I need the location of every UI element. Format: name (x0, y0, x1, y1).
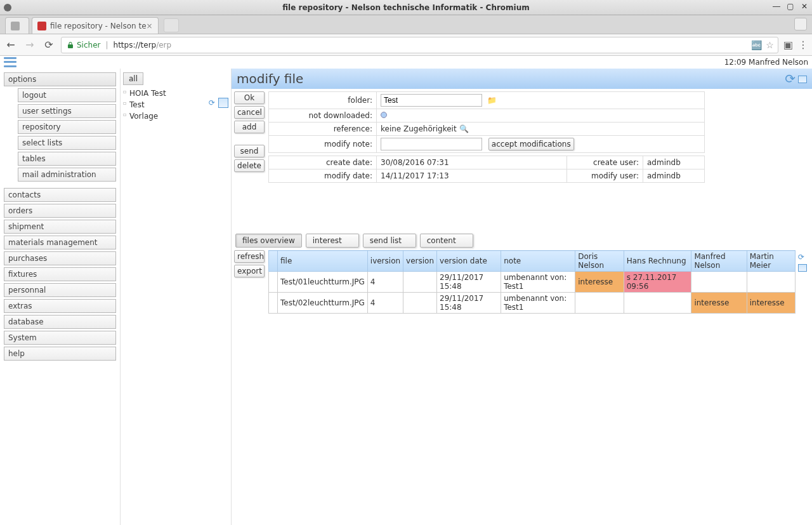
modifynote-input[interactable] (381, 138, 482, 150)
cell (575, 293, 624, 314)
tree-all-button[interactable]: all (123, 72, 143, 85)
back-button[interactable]: ← (4, 38, 18, 52)
cell: umbenannt von: Test1 (501, 272, 575, 293)
sidebar-item-tables[interactable]: tables (18, 152, 116, 166)
send-button[interactable]: send (234, 145, 265, 157)
browser-tab-blank[interactable] (5, 17, 29, 34)
hamburger-icon[interactable] (4, 57, 16, 67)
sidebar-item-mail-administration[interactable]: mail administration (18, 168, 116, 182)
sidebar-item-shipment[interactable]: shipment (4, 220, 116, 234)
meta-table: create date: 30/08/2016 07:31 create use… (268, 156, 705, 183)
browser-tab-active[interactable]: file repository - Nelson te × (32, 17, 159, 34)
createuser-value: admindb (643, 156, 705, 169)
sidebar-item-contacts[interactable]: contacts (4, 188, 116, 202)
extension-icon[interactable]: ▣ (783, 39, 793, 51)
browser-toolbar: ← → ⟳ Sicher | https://terp/erp 🔤 ☆ ▣ ⋮ (0, 34, 812, 56)
reference-label: reference: (269, 123, 377, 136)
add-button[interactable]: add (234, 121, 265, 133)
reload-button[interactable]: ⟳ (42, 38, 56, 52)
os-titlebar: file repository - Nelson technische Info… (0, 0, 812, 15)
delete-button[interactable]: delete (234, 159, 265, 172)
tab-files-overview[interactable]: files overview (235, 234, 302, 248)
refresh-icon[interactable]: ⟳ (785, 71, 796, 86)
sidebar-item-options[interactable]: options (4, 72, 116, 86)
accept-modifications-button[interactable]: accept modifications (488, 138, 574, 150)
maximize-icon[interactable]: ▢ (785, 1, 796, 11)
profile-avatar[interactable] (794, 18, 807, 30)
folder-tree: all HOIA TestTestVorlage ⟳ (121, 69, 232, 525)
tab-interest[interactable]: interest (306, 234, 359, 248)
sidebar-item-repository[interactable]: repository (18, 120, 116, 134)
column-header[interactable]: file (278, 251, 368, 272)
cell: 29/11/2017 15:48 (437, 272, 501, 293)
modifydate-label: modify date: (269, 169, 377, 183)
column-header[interactable]: Manfred Nelson (691, 251, 747, 272)
cell: interesse (691, 293, 747, 314)
forward-button[interactable]: → (23, 38, 37, 52)
minimize-icon[interactable]: ― (771, 1, 782, 11)
table-row[interactable]: Test/02leuchtturm.JPG429/11/2017 15:48um… (269, 293, 796, 314)
window-icon[interactable] (798, 264, 807, 274)
sidebar-item-select-lists[interactable]: select lists (18, 136, 116, 150)
cell (624, 293, 691, 314)
translate-icon[interactable]: 🔤 (751, 40, 762, 50)
modifydate-value: 14/11/2017 17:13 (377, 169, 567, 183)
sidebar-item-materials-management[interactable]: materials management (4, 236, 116, 249)
col-selector (269, 251, 278, 272)
tab-content[interactable]: content (420, 234, 473, 248)
tab-title: file repository - Nelson te (50, 22, 147, 30)
column-header[interactable]: version (403, 251, 437, 272)
form-actions: Ok cancel add send delete (234, 91, 268, 183)
sidebar-item-System[interactable]: System (4, 331, 116, 345)
url-text: https://terp/erp (114, 41, 172, 50)
cancel-button[interactable]: cancel (234, 106, 265, 119)
createdate-label: create date: (269, 156, 377, 169)
new-tab-button[interactable] (164, 18, 179, 32)
notdownloaded-label: not downloaded: (269, 109, 377, 123)
ok-button[interactable]: Ok (234, 91, 265, 104)
table-row[interactable]: Test/01leuchtturm.JPG429/11/2017 15:48um… (269, 272, 796, 293)
column-header[interactable]: Hans Rechnung (624, 251, 691, 272)
address-bar[interactable]: Sicher | https://terp/erp 🔤 ☆ (61, 37, 778, 53)
form-table: folder: 📁 not downloaded: reference: kei… (268, 91, 705, 153)
sidebar-item-user-settings[interactable]: user settings (18, 104, 116, 118)
bookmark-star-icon[interactable]: ☆ (766, 40, 774, 50)
panel-header: modify file ⟳ (232, 69, 812, 89)
sidebar-item-extras[interactable]: extras (4, 299, 116, 313)
folder-input[interactable] (381, 94, 482, 107)
sidebar-item-purchases[interactable]: purchases (4, 251, 116, 265)
sidebar-item-orders[interactable]: orders (4, 204, 116, 218)
window-title: file repository - Nelson technische Info… (282, 3, 530, 12)
sidebar-item-fixtures[interactable]: fixtures (4, 267, 116, 281)
refresh-button[interactable]: refresh (234, 250, 265, 263)
sidebar-item-help[interactable]: help (4, 347, 116, 361)
sidebar-item-personnal[interactable]: personnal (4, 283, 116, 297)
sidebar-item-database[interactable]: database (4, 315, 116, 329)
tab-send-list[interactable]: send list (363, 234, 416, 248)
notdownloaded-radio[interactable] (381, 112, 387, 118)
folder-icon[interactable]: 📁 (487, 96, 497, 105)
export-button[interactable]: export (234, 265, 265, 277)
refresh-icon[interactable]: ⟳ (798, 253, 807, 262)
browser-menu-icon[interactable]: ⋮ (798, 39, 808, 51)
close-icon[interactable]: ✕ (799, 1, 809, 11)
column-header[interactable]: Doris Nelson (575, 251, 624, 272)
column-header[interactable]: note (501, 251, 575, 272)
bottom-tabs: files overviewinterestsend listcontent (232, 230, 812, 248)
column-header[interactable]: Martin Meier (747, 251, 795, 272)
column-header[interactable]: version date (437, 251, 501, 272)
window-icon[interactable] (798, 71, 807, 86)
search-icon[interactable]: 🔍 (459, 124, 469, 133)
sidebar-item-logout[interactable]: logout (18, 88, 116, 102)
lock-icon (67, 41, 74, 49)
cell: Test/01leuchtturm.JPG (278, 272, 368, 293)
refresh-icon[interactable]: ⟳ (207, 98, 217, 108)
tree-item[interactable]: Vorlage (123, 110, 228, 122)
column-header[interactable]: iversion (367, 251, 403, 272)
main-panel: modify file ⟳ Ok cancel add send delete … (232, 69, 812, 525)
window-icon[interactable] (218, 98, 228, 108)
tab-close-icon[interactable]: × (147, 22, 153, 30)
createdate-value: 30/08/2016 07:31 (377, 156, 567, 169)
secure-label: Sicher (77, 41, 100, 50)
app-dot (4, 4, 11, 11)
